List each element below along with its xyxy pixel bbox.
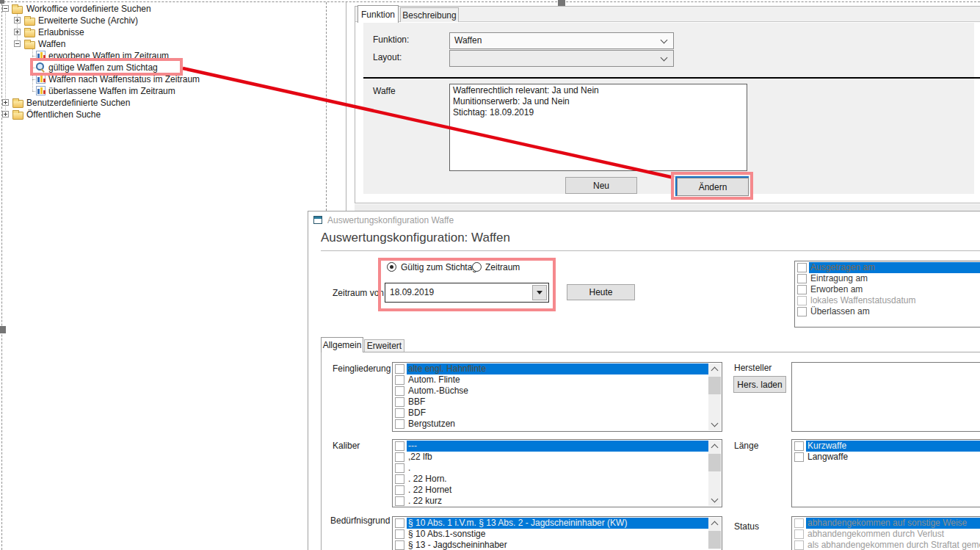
checkbox-icon[interactable]	[797, 296, 807, 305]
list-item[interactable]: Eintragung am	[795, 273, 980, 284]
waffe-textarea[interactable]: Waffenrechtlich relevant: Ja und Nein Mu…	[449, 84, 747, 171]
selection-handle-left[interactable]	[0, 326, 6, 333]
list-item[interactable]: alte engl. Hahnflinte	[393, 363, 722, 374]
list-item[interactable]: ---	[393, 441, 722, 452]
scroll-down-icon[interactable]	[708, 494, 721, 506]
tree-expander-plus-icon[interactable]	[14, 29, 21, 35]
tree-expander-plus-icon[interactable]	[2, 111, 9, 117]
checkbox-icon[interactable]	[395, 496, 404, 506]
checkbox-icon[interactable]	[395, 463, 404, 473]
checkbox-icon[interactable]	[797, 307, 807, 316]
aendern-button[interactable]: Ändern	[677, 178, 749, 196]
date-dropdown-button[interactable]	[532, 285, 547, 300]
list-item[interactable]: . 22 Hornet	[393, 485, 722, 496]
list-item[interactable]: abhandengekommen durch Verlust	[792, 529, 980, 540]
checkbox-icon[interactable]	[395, 386, 404, 396]
tab-funktion[interactable]: Funktion	[357, 5, 399, 23]
hersteller-list[interactable]	[791, 362, 980, 432]
checkbox-icon[interactable]	[395, 397, 404, 407]
list-item[interactable]: Erworben am	[795, 284, 980, 295]
list-item[interactable]: . 22 kurz	[393, 496, 722, 507]
list-item[interactable]: als abhandengekommen durch Straftat geme…	[792, 540, 980, 550]
feingliederung-list[interactable]: alte engl. Hahnflinte Autom. Flinte Auto…	[392, 362, 722, 432]
list-item[interactable]: Autom. Flinte	[393, 374, 722, 386]
list-item[interactable]: .	[393, 463, 722, 474]
tree-item-gueltige-waffen[interactable]: gültige Waffen zum Stichtag	[0, 62, 323, 73]
list-item[interactable]: BDF	[393, 408, 722, 419]
list-item[interactable]: BBF	[393, 397, 722, 408]
funktion-combobox[interactable]: Waffen	[449, 32, 674, 49]
scrollbar[interactable]	[708, 363, 721, 430]
list-item[interactable]: Autom.-Büchse	[393, 386, 722, 397]
tree-item-benutzerdefinierte[interactable]: Benutzerdefinierte Suchen	[0, 97, 323, 109]
scroll-up-icon[interactable]	[708, 363, 721, 375]
radio-zeitraum[interactable]	[472, 262, 482, 272]
checkbox-icon[interactable]	[794, 540, 804, 550]
checkbox-icon[interactable]	[395, 441, 404, 451]
checkbox-icon[interactable]	[797, 263, 807, 272]
layout-combobox[interactable]	[449, 50, 674, 67]
list-item[interactable]: Bergstutzen	[393, 419, 722, 430]
scroll-down-icon[interactable]	[708, 419, 721, 430]
tab-beschreibung[interactable]: Beschreibung	[400, 7, 459, 22]
scrollbar-thumb[interactable]	[708, 454, 721, 471]
heute-button[interactable]: Heute	[567, 284, 635, 300]
tree-item-erworbene-waffen[interactable]: erworbene Waffen im Zeitraum	[0, 50, 323, 62]
kaliber-list[interactable]: --- ,22 lfb . . 22 Horn. . 22 Hornet . 2…	[392, 439, 722, 507]
checkbox-icon[interactable]	[794, 529, 804, 539]
checkbox-icon[interactable]	[395, 540, 404, 550]
beduerfnisgrund-list[interactable]: § 10 Abs. 1 i.V.m. § 13 Abs. 2 - Jagdsch…	[392, 516, 722, 550]
neu-button[interactable]: Neu	[565, 177, 637, 194]
list-item[interactable]: ,22 lfb	[393, 452, 722, 463]
list-item[interactable]: abhandengekommen auf sonstige Weise	[792, 518, 980, 529]
checkbox-icon[interactable]	[395, 419, 404, 429]
checkbox-icon[interactable]	[395, 518, 404, 528]
list-item[interactable]: Kurzwaffe	[792, 441, 980, 452]
checkbox-icon[interactable]	[395, 375, 404, 385]
tree-item-workoffice[interactable]: Workoffice vordefinierte Suchen	[0, 3, 323, 15]
scrollbar[interactable]	[708, 441, 721, 506]
list-item[interactable]: Langwaffe	[792, 452, 980, 463]
tab-allgemein[interactable]: Allgemein	[321, 337, 363, 352]
date-combobox[interactable]: 18.09.2019	[385, 283, 549, 303]
tree-expander-plus-icon[interactable]	[2, 99, 9, 106]
list-item[interactable]: Ausgetragen am	[795, 262, 980, 273]
checkbox-icon[interactable]	[395, 485, 404, 495]
list-item[interactable]: Überlassen am	[795, 306, 980, 317]
checkbox-icon[interactable]	[395, 529, 404, 539]
tree-item-waffen-nach-status[interactable]: Waffen nach Waffenstatus im Zeitraum	[0, 73, 323, 85]
scroll-up-icon[interactable]	[708, 441, 721, 452]
checkbox-icon[interactable]	[395, 364, 404, 374]
scrollbar-thumb[interactable]	[708, 377, 721, 394]
list-item[interactable]: . 22 Horn.	[393, 474, 722, 485]
checkbox-icon[interactable]	[395, 452, 404, 462]
tree-item-waffen[interactable]: Waffen	[0, 38, 323, 50]
tree-expander-minus-icon[interactable]	[14, 40, 21, 47]
list-item[interactable]: § 10 Abs. 1 i.V.m. § 13 Abs. 2 - Jagdsch…	[393, 518, 722, 529]
checkbox-icon[interactable]	[794, 452, 804, 462]
tree-expander-plus-icon[interactable]	[14, 17, 21, 23]
checkbox-icon[interactable]	[797, 285, 807, 294]
tree-item-erlaubnisse[interactable]: Erlaubnisse	[0, 26, 323, 38]
tree-item-ueberlassene-waffen[interactable]: überlassene Waffen im Zeitraum	[0, 85, 323, 97]
tree-expander-minus-icon[interactable]	[2, 5, 9, 12]
tab-erweitert[interactable]: Erweitert	[364, 339, 404, 352]
checkbox-icon[interactable]	[395, 474, 404, 484]
hers-laden-button[interactable]: Hers. laden	[733, 376, 786, 393]
list-item[interactable]: § 13 - Jagdscheininhaber	[393, 540, 722, 550]
status-list[interactable]: abhandengekommen auf sonstige Weise abha…	[791, 516, 980, 550]
date-fields-list[interactable]: Ausgetragen am Eintragung am Erworben am…	[794, 261, 980, 328]
radio-gueltig-zum-stichtag[interactable]	[387, 262, 396, 272]
scrollbar[interactable]	[708, 518, 721, 549]
scroll-up-icon[interactable]	[708, 518, 721, 529]
checkbox-icon[interactable]	[794, 441, 804, 451]
list-item[interactable]: § 10 Abs.1-sonstige	[393, 529, 722, 540]
list-item[interactable]: lokales Waffenstatusdatum	[795, 295, 980, 306]
tree-item-oeffentlichen[interactable]: Öffentlichen Suche	[0, 109, 323, 120]
checkbox-icon[interactable]	[794, 518, 804, 528]
tree-item-erweiterte-suche[interactable]: Erweiterte Suche (Archiv)	[0, 15, 323, 26]
checkbox-icon[interactable]	[395, 408, 404, 418]
checkbox-icon[interactable]	[797, 274, 807, 283]
laenge-list[interactable]: Kurzwaffe Langwaffe	[791, 439, 980, 507]
scrollbar-thumb[interactable]	[708, 531, 721, 549]
